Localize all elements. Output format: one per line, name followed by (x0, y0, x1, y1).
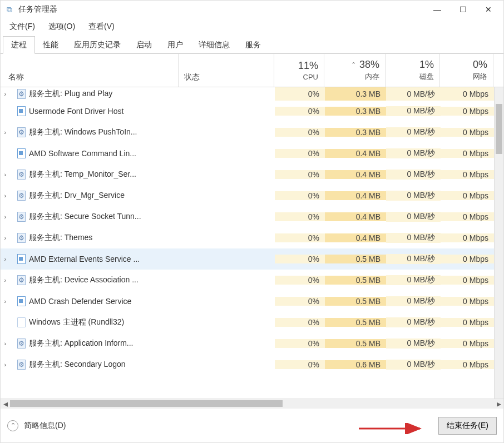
cell-mem: 0.6 MB (325, 360, 386, 369)
process-row[interactable]: AMD Software Command Lin...0%0.4 MB0 MB/… (1, 143, 494, 164)
tab-performance[interactable]: 性能 (35, 37, 66, 53)
tab-details[interactable]: 详细信息 (191, 37, 238, 53)
cell-disk: 0 MB/秒 (386, 360, 441, 370)
process-name: 服务主机: Temp_Monitor_Ser... (29, 170, 179, 180)
cell-mem: 0.4 MB (325, 170, 386, 179)
cell-disk: 0 MB/秒 (386, 233, 441, 243)
col-header-memory[interactable]: ⌃38% 内存 (324, 54, 386, 87)
process-name: 服务主机: Device Association ... (29, 275, 179, 285)
process-row[interactable]: ›AMD External Events Service ...0%0.5 MB… (1, 248, 494, 270)
cell-cpu: 0% (275, 149, 325, 158)
process-row[interactable]: ›⚙服务主机: Drv_Mgr_Service0%0.4 MB0 MB/秒0 M… (1, 185, 494, 206)
tab-services[interactable]: 服务 (238, 37, 269, 53)
expand-chevron-icon[interactable]: › (1, 256, 10, 262)
chevron-up-icon: ⌃ (7, 420, 18, 431)
expand-chevron-icon[interactable]: › (1, 340, 10, 347)
app-box-icon (17, 106, 26, 116)
vertical-scrollbar[interactable] (494, 87, 503, 399)
expand-chevron-icon[interactable]: › (1, 91, 10, 97)
cell-cpu: 0% (275, 255, 325, 263)
process-row[interactable]: ›⚙服务主机: Plug and Play0%0.3 MB0 MB/秒0 Mbp… (1, 87, 494, 101)
menu-view[interactable]: 查看(V) (84, 19, 119, 34)
col-header-status[interactable]: 状态 (179, 54, 274, 87)
gear-icon: ⚙ (17, 339, 26, 349)
process-row[interactable]: ›⚙服务主机: Temp_Monitor_Ser...0%0.4 MB0 MB/… (1, 164, 494, 185)
process-table: ›⚙服务主机: Plug and Play0%0.3 MB0 MB/秒0 Mbp… (1, 87, 503, 399)
menu-options[interactable]: 选项(O) (44, 19, 80, 34)
expand-chevron-icon[interactable]: › (1, 277, 10, 283)
gear-icon: ⚙ (17, 212, 26, 222)
close-button[interactable]: ✕ (476, 1, 501, 18)
process-row[interactable]: ›AMD Crash Defender Service0%0.5 MB0 MB/… (1, 291, 494, 312)
cell-mem: 0.4 MB (325, 191, 386, 200)
annotation-arrow-icon (359, 423, 426, 434)
minimize-button[interactable]: — (424, 1, 450, 18)
cell-disk: 0 MB/秒 (386, 254, 441, 264)
titlebar[interactable]: ⧉ 任务管理器 — ☐ ✕ (1, 1, 503, 18)
end-task-button[interactable]: 结束任务(E) (438, 417, 497, 435)
menu-file[interactable]: 文件(F) (5, 19, 39, 34)
column-headers: 名称 状态 11% CPU ⌃38% 内存 1% 磁盘 0% 网络 (1, 54, 503, 87)
cell-net: 0 Mbps (441, 128, 494, 137)
col-header-name[interactable]: 名称 (1, 54, 179, 87)
process-name: 服务主机: Drv_Mgr_Service (29, 191, 179, 201)
process-row[interactable]: ›⚙服务主机: Windows PushToIn...0%0.3 MB0 MB/… (1, 122, 494, 143)
expand-chevron-icon[interactable]: › (1, 361, 10, 368)
gear-icon: ⚙ (17, 191, 26, 201)
process-name: AMD External Events Service ... (29, 255, 179, 263)
process-name: Usermode Font Driver Host (29, 107, 179, 116)
cell-net: 0 Mbps (441, 212, 494, 221)
cell-disk: 0 MB/秒 (386, 212, 441, 222)
cell-cpu: 0% (275, 107, 325, 116)
scroll-right-icon[interactable]: ▸ (494, 399, 503, 409)
tab-processes[interactable]: 进程 (3, 36, 35, 54)
cell-net: 0 Mbps (441, 276, 494, 285)
cell-net: 0 Mbps (441, 255, 494, 263)
expand-chevron-icon[interactable]: › (1, 129, 10, 136)
scroll-left-icon[interactable]: ◂ (1, 399, 10, 409)
process-row[interactable]: ›⚙服务主机: Themes0%0.4 MB0 MB/秒0 Mbps (1, 227, 494, 248)
expand-chevron-icon[interactable]: › (1, 235, 10, 241)
cell-disk: 0 MB/秒 (386, 87, 441, 101)
cell-cpu: 0% (275, 212, 325, 221)
col-header-cpu[interactable]: 11% CPU (274, 54, 324, 87)
cell-mem: 0.5 MB (325, 276, 386, 285)
process-row[interactable]: Usermode Font Driver Host0%0.3 MB0 MB/秒0… (1, 101, 494, 122)
cell-disk: 0 MB/秒 (386, 170, 441, 180)
cell-cpu: 0% (275, 318, 325, 327)
process-name: 服务主机: Application Inform... (29, 339, 179, 349)
cell-mem: 0.5 MB (325, 318, 386, 327)
expand-chevron-icon[interactable]: › (1, 213, 10, 220)
process-name: Windows 主进程 (Rundll32) (29, 317, 179, 327)
app-box-icon (17, 296, 26, 306)
tab-startup[interactable]: 启动 (129, 37, 160, 53)
cell-net: 0 Mbps (441, 107, 494, 116)
horizontal-scrollbar[interactable]: ◂ ▸ (1, 399, 503, 408)
process-row[interactable]: Windows 主进程 (Rundll32)0%0.5 MB0 MB/秒0 Mb… (1, 312, 494, 333)
process-row[interactable]: ›⚙服务主机: Application Inform...0%0.5 MB0 M… (1, 333, 494, 354)
process-row[interactable]: ›⚙服务主机: Device Association ...0%0.5 MB0 … (1, 270, 494, 291)
col-header-network[interactable]: 0% 网络 (440, 54, 493, 87)
maximize-button[interactable]: ☐ (450, 1, 476, 18)
cell-net: 0 Mbps (441, 297, 494, 306)
expand-chevron-icon[interactable]: › (1, 192, 10, 199)
cell-cpu: 0% (275, 339, 325, 348)
cell-disk: 0 MB/秒 (386, 275, 441, 285)
cell-disk: 0 MB/秒 (386, 127, 441, 137)
tab-users[interactable]: 用户 (160, 37, 191, 53)
cell-net: 0 Mbps (441, 233, 494, 242)
process-row[interactable]: ›⚙服务主机: Secure Socket Tunn...0%0.4 MB0 M… (1, 206, 494, 227)
expand-chevron-icon[interactable]: › (1, 298, 10, 305)
expand-chevron-icon[interactable]: › (1, 171, 10, 178)
cell-cpu: 0% (275, 170, 325, 179)
cell-disk: 0 MB/秒 (386, 317, 441, 327)
footer: ⌃ 简略信息(D) 结束任务(E) (1, 408, 503, 442)
process-row[interactable]: ›⚙服务主机: Secondary Logon0%0.6 MB0 MB/秒0 M… (1, 354, 494, 375)
cell-disk: 0 MB/秒 (386, 106, 441, 116)
col-header-disk[interactable]: 1% 磁盘 (386, 54, 440, 87)
fewer-details-toggle[interactable]: ⌃ 简略信息(D) (7, 420, 66, 431)
cell-net: 0 Mbps (441, 170, 494, 179)
tab-app_history[interactable]: 应用历史记录 (66, 37, 129, 53)
gear-icon: ⚙ (17, 170, 26, 180)
tabs: 进程性能应用历史记录启动用户详细信息服务 (1, 35, 503, 54)
